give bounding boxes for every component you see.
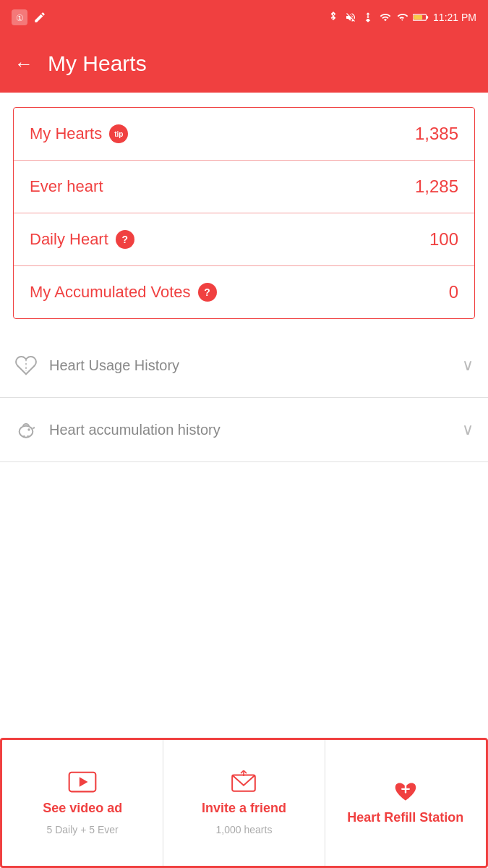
invite-friend-label: Invite a friend	[202, 801, 286, 817]
invite-friend-action[interactable]: Invite a friend 1,000 hearts	[163, 740, 325, 866]
heart-usage-icon	[14, 354, 38, 377]
daily-heart-value: 100	[429, 229, 458, 250]
app-bar: ← My Hearts	[0, 35, 488, 93]
back-button[interactable]: ←	[14, 53, 33, 75]
heart-accumulation-chevron-icon: ∨	[462, 420, 474, 439]
accumulated-votes-label: My Accumulated Votes ?	[30, 283, 217, 302]
daily-heart-row: Daily Heart ? 100	[14, 213, 474, 266]
tip-badge: tip	[109, 124, 128, 143]
video-ad-label: See video ad	[43, 801, 122, 817]
signal-icon	[397, 12, 408, 23]
heart-usage-item[interactable]: Heart Usage History ∨	[0, 333, 488, 397]
my-hearts-label: My Hearts tip	[30, 124, 128, 143]
bottom-action-bar: See video ad 5 Daily + 5 Ever Invite a f…	[0, 738, 488, 868]
svg-text:①: ①	[16, 13, 24, 23]
my-hearts-value: 1,385	[415, 124, 458, 144]
heart-usage-chevron-icon: ∨	[462, 356, 474, 375]
heart-usage-left: Heart Usage History	[14, 354, 179, 377]
status-bar: ① 11:21 PM	[0, 0, 488, 35]
invite-friend-sublabel: 1,000 hearts	[216, 824, 273, 835]
battery-icon	[413, 12, 429, 22]
my-hearts-row: My Hearts tip 1,385	[14, 108, 474, 161]
heart-accumulation-section: Heart accumulation history ∨	[0, 398, 488, 462]
hearts-card: My Hearts tip 1,385 Ever heart 1,285 Dai…	[13, 107, 475, 319]
accumulated-votes-row: My Accumulated Votes ? 0	[14, 266, 474, 318]
heart-accumulation-label: Heart accumulation history	[49, 422, 221, 438]
bluetooth-icon	[328, 12, 339, 23]
heart-usage-section: Heart Usage History ∨	[0, 333, 488, 398]
mute-icon	[343, 12, 358, 23]
video-ad-icon	[68, 770, 97, 793]
heart-refill-label: Heart Refill Station	[347, 810, 463, 826]
invite-friend-icon	[230, 770, 257, 793]
video-ad-sublabel: 5 Daily + 5 Ever	[47, 824, 119, 835]
heart-usage-label: Heart Usage History	[49, 357, 179, 374]
heart-accumulation-item[interactable]: Heart accumulation history ∨	[0, 398, 488, 461]
ever-heart-label: Ever heart	[30, 177, 103, 196]
daily-heart-label: Daily Heart ?	[30, 230, 134, 249]
svg-point-6	[28, 429, 29, 430]
heart-refill-action[interactable]: Heart Refill Station	[325, 740, 486, 866]
piggy-bank-icon	[14, 418, 38, 441]
heart-accumulation-left: Heart accumulation history	[14, 418, 221, 441]
status-right-icons: 11:21 PM	[328, 12, 476, 23]
svg-rect-4	[414, 15, 422, 20]
see-video-ad-action[interactable]: See video ad 5 Daily + 5 Ever	[2, 740, 163, 866]
heart-refill-icon	[392, 780, 419, 803]
svg-point-5	[20, 426, 33, 438]
wifi-icon	[378, 12, 393, 23]
votes-question-badge[interactable]: ?	[198, 283, 217, 302]
main-content: My Hearts tip 1,385 Ever heart 1,285 Dai…	[0, 107, 488, 462]
pencil-icon	[33, 11, 46, 24]
status-time: 11:21 PM	[433, 12, 476, 23]
ever-heart-row: Ever heart 1,285	[14, 161, 474, 213]
accumulated-votes-value: 0	[449, 282, 458, 302]
ever-heart-value: 1,285	[415, 176, 458, 197]
daily-heart-question-badge[interactable]: ?	[116, 230, 134, 249]
data-icon	[362, 12, 374, 23]
svg-marker-8	[80, 778, 88, 787]
page-title: My Hearts	[48, 51, 147, 76]
app-icon: ①	[12, 9, 27, 25]
svg-rect-3	[427, 16, 429, 18]
status-left-icons: ①	[12, 9, 46, 25]
